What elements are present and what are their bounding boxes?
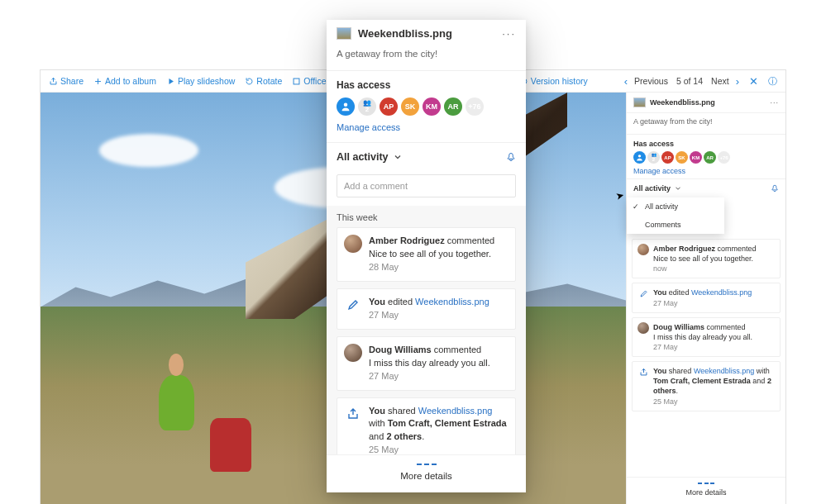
- share-label: Share: [60, 76, 84, 86]
- panel-more-button[interactable]: ···: [502, 27, 516, 40]
- side-filter-row[interactable]: All activity: [627, 178, 785, 197]
- close-button[interactable]: ✕: [746, 75, 762, 88]
- avatar[interactable]: AR: [704, 151, 716, 164]
- activity-filter[interactable]: All activity: [327, 142, 526, 171]
- share-icon: [637, 366, 649, 378]
- rotate-button[interactable]: Rotate: [241, 76, 285, 86]
- person-icon: [341, 102, 351, 112]
- svg-point-2: [638, 155, 641, 157]
- avatar-owner[interactable]: [633, 151, 646, 164]
- details-panel: Weekendbliss.png ··· A getaway from the …: [327, 20, 526, 492]
- avatar: [344, 235, 362, 253]
- version-history-label: Version history: [531, 76, 588, 86]
- next-button[interactable]: ›: [733, 75, 742, 88]
- side-activity-feed: Amber Rodriguez commented Nice to see al…: [627, 197, 785, 477]
- add-icon: [93, 77, 103, 86]
- pager-text: 5 of 14: [671, 76, 708, 86]
- avatar[interactable]: AP: [661, 151, 674, 164]
- avatar[interactable]: SK: [401, 97, 419, 116]
- feed-group-label: This week: [337, 211, 516, 227]
- activity-card: You edited Weekendbliss.png 27 May: [337, 288, 516, 330]
- activity-card: Amber Rodriguez commented Nice to see al…: [337, 227, 516, 282]
- svg-rect-0: [294, 78, 299, 84]
- version-history-button[interactable]: Version history: [516, 76, 591, 86]
- filter-label: All activity: [337, 151, 389, 163]
- side-header: Weekendbliss.png ···: [627, 93, 785, 113]
- panel-header: Weekendbliss.png ···: [327, 20, 526, 47]
- add-album-label: Add to album: [105, 76, 156, 86]
- access-avatars: 👥2 AP SK KM AR +76: [327, 96, 526, 117]
- more-details-label: More details: [400, 471, 452, 481]
- file-thumbnail-icon: [633, 97, 646, 107]
- manage-access-link[interactable]: Manage access: [327, 117, 526, 142]
- chevron-down-icon: [393, 152, 403, 162]
- avatar[interactable]: SK: [676, 151, 688, 164]
- slideshow-button[interactable]: Play slideshow: [163, 76, 238, 86]
- activity-card: You shared Weekendbliss.png with Tom Cra…: [337, 397, 516, 455]
- edit-icon: [344, 296, 362, 314]
- avatar: [637, 322, 649, 334]
- avatar: [637, 244, 649, 255]
- activity-card: Doug Williams commented I miss this day …: [632, 317, 781, 357]
- comment-input[interactable]: [337, 174, 516, 197]
- side-more-button[interactable]: ···: [770, 98, 779, 107]
- activity-card: You edited Weekendbliss.png 27 May: [632, 283, 781, 312]
- play-icon: [166, 77, 175, 86]
- avatar[interactable]: KM: [423, 97, 441, 116]
- bell-icon: [506, 152, 516, 162]
- dropdown-item-all[interactable]: All activity: [627, 197, 724, 216]
- activity-card: You shared Weekendbliss.png with Tom Cra…: [632, 361, 781, 411]
- side-file-name: Weekendbliss.png: [650, 98, 715, 107]
- share-button[interactable]: Share: [45, 76, 87, 86]
- notifications-button[interactable]: [506, 152, 516, 162]
- avatar-groups[interactable]: 👥2: [647, 151, 660, 164]
- side-manage-access-link[interactable]: Manage access: [633, 167, 779, 175]
- info-button[interactable]: ⓘ: [765, 75, 781, 88]
- access-heading: Has access: [327, 70, 526, 96]
- comment-field-wrap: [337, 174, 516, 197]
- slideshow-label: Play slideshow: [178, 76, 235, 86]
- bell-icon[interactable]: [771, 184, 779, 193]
- lens-icon: [292, 77, 301, 86]
- avatar: [344, 344, 362, 362]
- more-details-button[interactable]: More details: [327, 454, 526, 492]
- avatar[interactable]: AP: [380, 97, 398, 116]
- side-details-panel: Weekendbliss.png ··· A getaway from the …: [626, 93, 785, 504]
- avatar-overflow[interactable]: +76: [466, 97, 484, 116]
- rotate-icon: [245, 77, 254, 86]
- share-icon: [49, 77, 58, 86]
- person-icon: [636, 154, 643, 161]
- file-link[interactable]: Weekendbliss.png: [415, 297, 489, 307]
- side-avatar-row: 👥2 AP SK KM AR +76: [633, 151, 779, 164]
- dropdown-item-comments[interactable]: Comments: [627, 216, 724, 234]
- share-icon: [344, 405, 362, 423]
- file-thumbnail-icon: [337, 27, 351, 40]
- previous-button[interactable]: ‹: [621, 75, 631, 88]
- add-album-button[interactable]: Add to album: [90, 76, 160, 86]
- file-caption: A getaway from the city!: [327, 47, 526, 70]
- side-filter-dropdown: All activity Comments: [627, 197, 724, 234]
- previous-label: Previous: [634, 76, 668, 86]
- file-name: Weekendbliss.png: [358, 27, 452, 40]
- rotate-label: Rotate: [256, 76, 282, 86]
- activity-feed: This week Amber Rodriguez commented Nice…: [327, 206, 526, 454]
- next-label: Next: [711, 76, 729, 86]
- activity-card: Doug Williams commented I miss this day …: [337, 336, 516, 391]
- avatar-overflow[interactable]: +76: [718, 151, 730, 164]
- chevron-down-icon: [674, 184, 682, 193]
- side-caption: A getaway from the city!: [627, 113, 785, 134]
- activity-card: Amber Rodriguez commented Nice to see al…: [632, 239, 781, 278]
- svg-point-3: [344, 103, 348, 107]
- side-access-section: Has access 👥2 AP SK KM AR +76 Manage acc…: [627, 134, 785, 178]
- side-more-details[interactable]: More details: [627, 477, 785, 504]
- avatar-owner[interactable]: [337, 97, 355, 116]
- side-access-heading: Has access: [633, 140, 779, 148]
- avatar-groups[interactable]: 👥2: [358, 97, 376, 116]
- avatar[interactable]: KM: [690, 151, 702, 164]
- edit-icon: [637, 288, 649, 299]
- file-link[interactable]: Weekendbliss.png: [418, 406, 493, 416]
- side-filter-label: All activity: [633, 184, 671, 193]
- avatar[interactable]: AR: [444, 97, 462, 116]
